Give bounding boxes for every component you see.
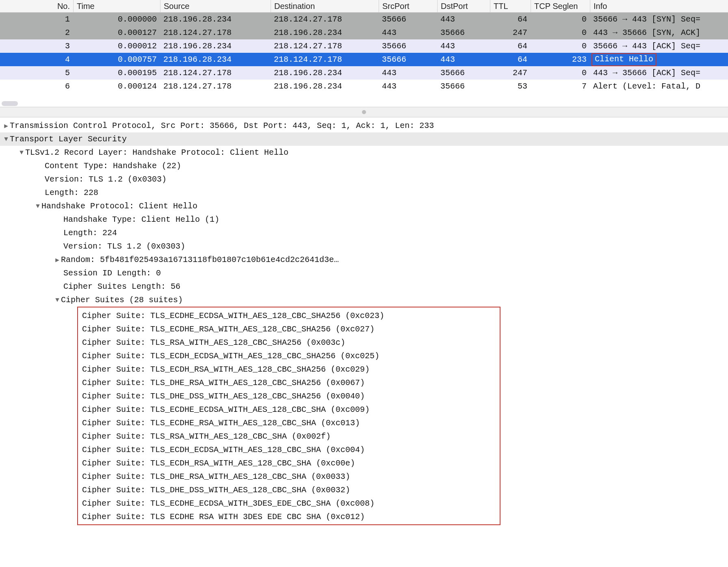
cell-source: 218.124.27.178 [160,66,271,80]
cell-no: 5 [0,66,73,80]
cell-destination: 218.124.27.178 [271,53,379,66]
cell-seglen: 0 [531,26,590,39]
cipher-suite-item[interactable]: Cipher Suite: TLS_ECDH_RSA_WITH_AES_128_… [82,363,500,376]
cell-time: 0.000127 [73,26,160,39]
packet-row[interactable]: 50.000195218.124.27.178218.196.28.234443… [0,66,728,80]
tree-content-type[interactable]: Content Type: Handshake (22) [0,159,728,173]
tree-hs-length[interactable]: Length: 224 [0,226,728,240]
cipher-suite-item[interactable]: Cipher Suite: TLS_DHE_DSS_WITH_AES_128_C… [82,483,500,497]
cipher-suite-item[interactable]: Cipher Suite: TLS_ECDHE_ECDSA_WITH_3DES_… [82,497,500,510]
pane-splitter[interactable] [0,107,728,117]
cipher-suite-item[interactable]: Cipher Suite: TLS ECDHE RSA WITH 3DES ED… [82,510,500,524]
cell-dstport: 35666 [437,26,490,39]
cipher-suite-item[interactable]: Cipher Suite: TLS_RSA_WITH_AES_128_CBC_S… [82,430,500,443]
tree-tls[interactable]: ▼ Transport Layer Security [0,132,728,146]
horizontal-scrollbar-thumb[interactable] [2,101,18,106]
caret-right-icon: ▶ [54,256,61,264]
cell-srcport: 443 [379,66,437,80]
cell-time: 0.000000 [73,13,160,26]
tree-rec-length-label: Length: 228 [45,188,98,197]
cipher-suite-item[interactable]: Cipher Suite: TLS_ECDHE_ECDSA_WITH_AES_1… [82,403,500,416]
splitter-handle-icon [362,110,366,114]
col-header-dstport[interactable]: DstPort [437,0,490,12]
packet-list[interactable]: No. Time Source Destination SrcPort DstP… [0,0,728,107]
cell-no: 4 [0,53,73,66]
cipher-suite-item[interactable]: Cipher Suite: TLS_ECDHE_RSA_WITH_AES_128… [82,416,500,430]
tree-cipher-suites-label: Cipher Suites (28 suites) [61,295,183,305]
cell-source: 218.196.28.234 [160,39,271,53]
cell-no: 2 [0,26,73,39]
tree-random[interactable]: ▶ Random: 5fb481f025493a16713118fb01807c… [0,253,728,266]
tree-content-type-label: Content Type: Handshake (22) [45,161,181,171]
cell-source: 218.196.28.234 [160,13,271,26]
col-header-source[interactable]: Source [160,0,271,12]
col-header-seglen[interactable]: TCP Seglen [531,0,590,12]
cipher-suite-item[interactable]: Cipher Suite: TLS_ECDH_ECDSA_WITH_AES_12… [82,349,500,363]
cipher-suite-item[interactable]: Cipher Suite: TLS_DHE_DSS_WITH_AES_128_C… [82,390,500,403]
col-header-info[interactable]: Info [590,0,728,12]
tree-rec-version-label: Version: TLS 1.2 (0x0303) [45,175,167,184]
cell-srcport: 35666 [379,13,437,26]
cell-time: 0.000124 [73,80,160,93]
cell-time: 0.000012 [73,39,160,53]
cell-dstport: 443 [437,39,490,53]
cell-ttl: 247 [490,66,531,80]
cipher-suite-item[interactable]: Cipher Suite: TLS_DHE_RSA_WITH_AES_128_C… [82,376,500,390]
cipher-suite-item[interactable]: Cipher Suite: TLS_DHE_RSA_WITH_AES_128_C… [82,470,500,483]
cell-seglen: 0 [531,13,590,26]
tree-hs-type[interactable]: Handshake Type: Client Hello (1) [0,213,728,226]
tree-record-layer[interactable]: ▼ TLSv1.2 Record Layer: Handshake Protoc… [0,146,728,159]
packet-row[interactable]: 60.000124218.124.27.178218.196.28.234443… [0,80,728,93]
col-header-dest[interactable]: Destination [271,0,379,12]
cell-seglen: 233 [531,53,590,66]
cipher-suite-item[interactable]: Cipher Suite: TLS_ECDH_RSA_WITH_AES_128_… [82,457,500,470]
cell-info: 443 → 35666 [SYN, ACK] [590,26,728,39]
tree-tcp-label: Transmission Control Protocol, Src Port:… [10,121,434,130]
packet-row[interactable]: 30.000012218.196.28.234218.124.27.178356… [0,39,728,53]
tree-handshake[interactable]: ▼ Handshake Protocol: Client Hello [0,199,728,213]
col-header-no[interactable]: No. [0,0,73,12]
cell-destination: 218.124.27.178 [271,13,379,26]
col-header-ttl[interactable]: TTL [490,0,531,12]
cell-ttl: 64 [490,39,531,53]
tree-cipher-suites[interactable]: ▼ Cipher Suites (28 suites) [0,293,728,307]
tree-cs-len[interactable]: Cipher Suites Length: 56 [0,280,728,293]
cell-srcport: 35666 [379,53,437,66]
col-header-time[interactable]: Time [73,0,160,12]
cell-info: Client Hello [590,53,728,66]
cipher-suite-item[interactable]: Cipher Suite: TLS_ECDHE_ECDSA_WITH_AES_1… [82,309,500,322]
cell-srcport: 443 [379,80,437,93]
tree-hs-version[interactable]: Version: TLS 1.2 (0x0303) [0,240,728,253]
tree-hs-type-label: Handshake Type: Client Hello (1) [63,215,219,224]
cell-time: 0.000757 [73,53,160,66]
tree-record-label: TLSv1.2 Record Layer: Handshake Protocol… [25,148,288,157]
cipher-suite-item[interactable]: Cipher Suite: TLS_ECDHE_RSA_WITH_AES_128… [82,322,500,336]
cell-no: 3 [0,39,73,53]
tree-rec-version[interactable]: Version: TLS 1.2 (0x0303) [0,173,728,186]
cell-ttl: 64 [490,13,531,26]
cell-seglen: 0 [531,39,590,53]
cipher-suite-item[interactable]: Cipher Suite: TLS_RSA_WITH_AES_128_CBC_S… [82,336,500,349]
packet-row[interactable]: 40.000757218.196.28.234218.124.27.178356… [0,53,728,66]
tree-rec-length[interactable]: Length: 228 [0,186,728,199]
tree-session-id-len[interactable]: Session ID Length: 0 [0,266,728,280]
caret-down-icon: ▼ [18,149,25,156]
caret-down-icon: ▼ [54,296,61,304]
tree-cs-len-label: Cipher Suites Length: 56 [63,282,180,291]
col-header-srcport[interactable]: SrcPort [379,0,437,12]
packet-rows: 10.000000218.196.28.234218.124.27.178356… [0,13,728,93]
cipher-suite-list: Cipher Suite: TLS_ECDHE_ECDSA_WITH_AES_1… [82,309,500,524]
cell-info: 443 → 35666 [ACK] Seq= [590,66,728,80]
packet-row[interactable]: 20.000127218.124.27.178218.196.28.234443… [0,26,728,39]
packet-row[interactable]: 10.000000218.196.28.234218.124.27.178356… [0,13,728,26]
tree-session-id-len-label: Session ID Length: 0 [63,268,161,278]
packet-details[interactable]: ▶ Transmission Control Protocol, Src Por… [0,117,728,567]
cell-info: 35666 → 443 [ACK] Seq= [590,39,728,53]
cell-source: 218.124.27.178 [160,26,271,39]
cell-dstport: 443 [437,53,490,66]
caret-down-icon: ▼ [34,203,41,210]
cell-dstport: 443 [437,13,490,26]
cipher-suite-item[interactable]: Cipher Suite: TLS_ECDH_ECDSA_WITH_AES_12… [82,443,500,457]
caret-down-icon: ▼ [2,136,10,143]
tree-tcp[interactable]: ▶ Transmission Control Protocol, Src Por… [0,119,728,132]
